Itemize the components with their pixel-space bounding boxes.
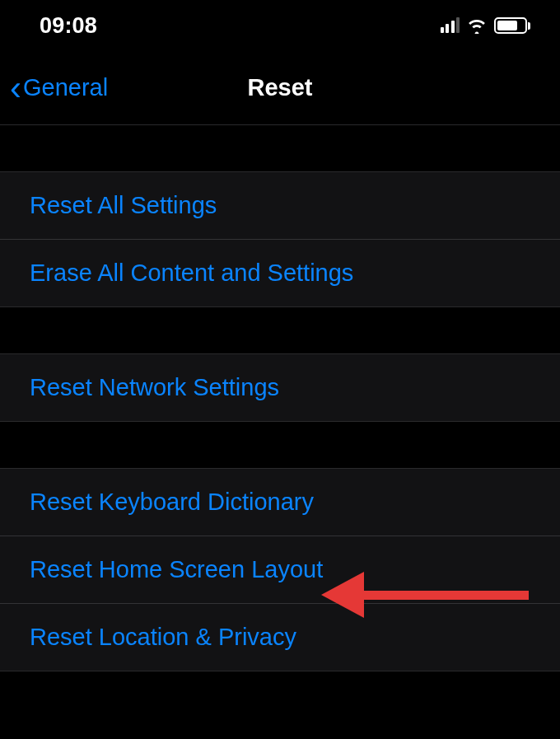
erase-all-content-cell[interactable]: Erase All Content and Settings: [0, 239, 560, 306]
reset-all-settings-cell[interactable]: Reset All Settings: [0, 172, 560, 239]
reset-network-settings-cell[interactable]: Reset Network Settings: [0, 354, 560, 421]
section-gap: [0, 307, 560, 353]
status-indicators: [441, 17, 531, 34]
navigation-bar: ‹ General Reset: [0, 51, 560, 125]
battery-icon: [494, 17, 530, 34]
section-gap: [0, 422, 560, 468]
wifi-icon: [466, 17, 488, 34]
annotation-arrow: [321, 572, 529, 618]
cellular-signal-icon: [441, 18, 460, 33]
settings-group: Reset All SettingsErase All Content and …: [0, 171, 560, 307]
back-button[interactable]: ‹ General: [0, 71, 108, 105]
settings-group: Reset Keyboard DictionaryReset Home Scre…: [0, 468, 560, 671]
status-bar: 09:08: [0, 0, 560, 51]
section-gap: [0, 125, 560, 171]
settings-group: Reset Network Settings: [0, 353, 560, 422]
page-title: Reset: [248, 74, 313, 101]
status-time: 09:08: [40, 13, 97, 39]
reset-keyboard-dictionary-cell[interactable]: Reset Keyboard Dictionary: [0, 469, 560, 536]
chevron-left-icon: ‹: [10, 71, 21, 105]
back-button-label: General: [23, 74, 108, 101]
